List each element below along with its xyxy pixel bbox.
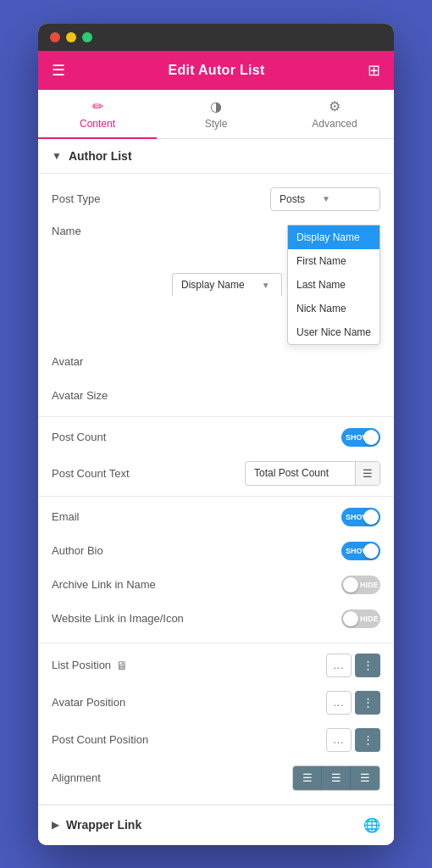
align-left-button[interactable]: ☰ bbox=[293, 766, 322, 790]
author-bio-row: Author Bio SHOW bbox=[38, 534, 394, 568]
style-tab-label: Style bbox=[205, 118, 228, 130]
email-toggle-track[interactable]: SHOW bbox=[341, 508, 380, 526]
post-type-label: Post Type bbox=[52, 192, 270, 205]
post-count-toggle-thumb bbox=[363, 430, 379, 445]
title-bar bbox=[38, 24, 394, 51]
post-count-text-row: Post Count Text Total Post Count ☰ bbox=[38, 454, 394, 492]
avatar-position-grid-button[interactable]: ⋮ bbox=[355, 691, 380, 715]
post-count-row: Post Count SHOW bbox=[38, 420, 394, 454]
avatar-size-label: Avatar Size bbox=[52, 389, 380, 402]
author-bio-toggle-thumb bbox=[363, 543, 379, 559]
post-count-text-value: Total Post Count bbox=[246, 462, 355, 484]
panel-header: ☰ Edit Autor List ⊞ bbox=[38, 51, 394, 90]
name-control: Display Name ▼ Display Name First Name L… bbox=[172, 225, 380, 345]
name-label: Name bbox=[52, 225, 172, 237]
avatar-position-dots-button[interactable]: ... bbox=[326, 691, 352, 715]
post-type-control: Posts ▼ bbox=[270, 187, 380, 211]
tabs-bar: ✏ Content ◑ Style ⚙ Advanced bbox=[38, 90, 394, 139]
avatar-position-row: Avatar Position ... ⋮ bbox=[38, 684, 394, 721]
website-link-toggle[interactable]: HIDE bbox=[341, 609, 380, 628]
name-option-nice[interactable]: User Nice Name bbox=[288, 320, 379, 344]
style-tab-icon: ◑ bbox=[210, 98, 222, 114]
post-type-arrow-icon: ▼ bbox=[322, 194, 330, 203]
advanced-tab-icon: ⚙ bbox=[329, 98, 341, 114]
list-position-grid-button[interactable]: ⋮ bbox=[355, 654, 380, 677]
alignment-row: Alignment ☰ ☰ ☰ bbox=[38, 759, 394, 798]
wrapper-link-header[interactable]: ▶ Wrapper Link 🌐 bbox=[38, 805, 394, 845]
wrapper-link-title: Wrapper Link bbox=[66, 818, 363, 832]
content-tab-label: Content bbox=[80, 118, 115, 130]
post-count-text-control: Total Post Count ☰ bbox=[245, 461, 380, 486]
email-toggle-thumb bbox=[363, 509, 379, 525]
avatar-label: Avatar bbox=[52, 355, 380, 368]
website-link-label: Website Link in Image/Icon bbox=[52, 612, 341, 625]
post-count-text-icon[interactable]: ☰ bbox=[355, 462, 379, 485]
name-dropdown: Display Name First Name Last Name Nick N… bbox=[287, 225, 380, 345]
archive-link-toggle-thumb bbox=[343, 577, 358, 593]
post-count-text-input[interactable]: Total Post Count ☰ bbox=[245, 461, 380, 486]
monitor-icon: 🖥 bbox=[116, 659, 128, 672]
divider-1 bbox=[38, 416, 394, 417]
name-select[interactable]: Display Name ▼ bbox=[172, 273, 282, 296]
author-bio-label: Author Bio bbox=[52, 544, 341, 557]
post-count-position-text: Post Count Position bbox=[52, 733, 148, 746]
tab-advanced[interactable]: ⚙ Advanced bbox=[275, 90, 394, 138]
post-type-value: Posts bbox=[280, 193, 305, 205]
hamburger-icon[interactable]: ☰ bbox=[52, 61, 65, 80]
align-right-button[interactable]: ☰ bbox=[351, 766, 379, 790]
archive-link-toggle[interactable]: HIDE bbox=[341, 576, 380, 594]
post-type-select[interactable]: Posts ▼ bbox=[270, 187, 380, 211]
author-list-title: Author List bbox=[69, 149, 132, 163]
alignment-label: Alignment bbox=[52, 771, 292, 784]
name-option-last[interactable]: Last Name bbox=[288, 273, 379, 297]
post-count-position-grid-button[interactable]: ⋮ bbox=[355, 728, 380, 752]
post-count-position-dots-button[interactable]: ... bbox=[326, 728, 352, 752]
website-link-toggle-thumb bbox=[343, 611, 358, 626]
archive-link-row: Archive Link in Name HIDE bbox=[38, 568, 394, 602]
tab-content[interactable]: ✏ Content bbox=[38, 90, 157, 138]
author-bio-toggle-track[interactable]: SHOW bbox=[341, 542, 380, 560]
maximize-dot[interactable] bbox=[82, 32, 92, 42]
post-count-label: Post Count bbox=[52, 431, 341, 443]
minimize-dot[interactable] bbox=[66, 32, 76, 42]
main-window: ☰ Edit Autor List ⊞ ✏ Content ◑ Style ⚙ … bbox=[38, 24, 394, 845]
name-value: Display Name bbox=[181, 279, 245, 291]
list-position-buttons: ... ⋮ bbox=[326, 654, 380, 677]
wrapper-link-globe-icon: 🌐 bbox=[363, 817, 380, 833]
post-type-row: Post Type Posts ▼ bbox=[38, 181, 394, 218]
post-count-position-label: Post Count Position bbox=[52, 733, 326, 746]
name-option-first[interactable]: First Name bbox=[288, 249, 379, 273]
archive-link-toggle-track[interactable]: HIDE bbox=[341, 576, 380, 594]
tab-style[interactable]: ◑ Style bbox=[157, 90, 275, 138]
wrapper-link-section: ▶ Wrapper Link 🌐 bbox=[38, 804, 394, 845]
name-row: Name Display Name ▼ Display Name First N… bbox=[38, 218, 394, 345]
author-list-section-header[interactable]: ▼ Author List bbox=[38, 139, 394, 174]
apps-icon[interactable]: ⊞ bbox=[368, 61, 380, 80]
website-link-toggle-track[interactable]: HIDE bbox=[341, 609, 380, 628]
post-count-toggle-track[interactable]: SHOW bbox=[341, 428, 380, 447]
wrapper-chevron-icon: ▶ bbox=[52, 819, 59, 831]
author-bio-toggle[interactable]: SHOW bbox=[341, 542, 380, 560]
archive-link-label: Archive Link in Name bbox=[52, 578, 341, 591]
avatar-position-buttons: ... ⋮ bbox=[326, 691, 380, 715]
list-position-text: List Position bbox=[52, 659, 111, 671]
align-center-button[interactable]: ☰ bbox=[322, 766, 351, 790]
name-option-nick[interactable]: Nick Name bbox=[288, 297, 379, 320]
post-count-text-label: Post Count Text bbox=[52, 467, 245, 480]
close-dot[interactable] bbox=[50, 32, 60, 42]
advanced-tab-label: Advanced bbox=[312, 118, 357, 130]
author-list-body: Post Type Posts ▼ Name Display Name ▼ bbox=[38, 174, 394, 643]
content-tab-icon: ✏ bbox=[92, 98, 103, 114]
email-row: Email SHOW bbox=[38, 500, 394, 534]
email-toggle[interactable]: SHOW bbox=[341, 508, 380, 526]
post-count-position-row: Post Count Position ... ⋮ bbox=[38, 721, 394, 759]
post-count-toggle[interactable]: SHOW bbox=[341, 428, 380, 447]
list-position-row: List Position 🖥 ... ⋮ bbox=[38, 647, 394, 684]
position-section: List Position 🖥 ... ⋮ Avatar Position ..… bbox=[38, 643, 394, 801]
post-count-position-buttons: ... ⋮ bbox=[326, 728, 380, 752]
email-label: Email bbox=[52, 510, 341, 523]
website-link-row: Website Link in Image/Icon HIDE bbox=[38, 602, 394, 636]
panel-title: Edit Autor List bbox=[168, 63, 264, 78]
list-position-dots-button[interactable]: ... bbox=[326, 654, 352, 677]
name-option-display[interactable]: Display Name bbox=[288, 225, 379, 249]
